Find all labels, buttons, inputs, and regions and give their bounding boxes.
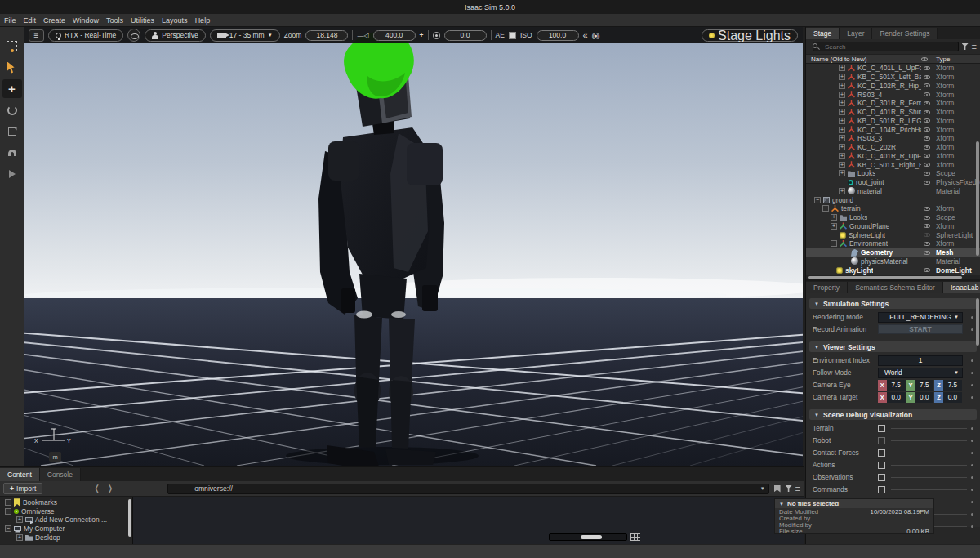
expand-icon[interactable]: − <box>5 508 11 515</box>
camera-target-y-field[interactable]: 0.0 <box>915 392 933 403</box>
checkbox-observations[interactable] <box>878 474 885 481</box>
checkbox-robot[interactable] <box>878 437 885 444</box>
camera-target-x-field[interactable]: 0.0 <box>887 392 906 403</box>
table-row[interactable]: +KC_D_301R_R_Femur_LiXform <box>806 99 980 108</box>
selection-mode-icon[interactable] <box>2 37 22 56</box>
expand-icon[interactable]: + <box>839 127 845 133</box>
address-dropdown-icon[interactable]: ▼ <box>760 486 765 491</box>
live-sync-icon[interactable]: ((●)) <box>592 33 599 38</box>
viewport-settings-icon[interactable]: ≡ <box>29 29 44 42</box>
move-tool-icon[interactable]: + <box>2 79 22 98</box>
expand-icon[interactable]: + <box>16 534 23 541</box>
table-row[interactable]: +LooksScope <box>806 213 980 222</box>
eye-icon[interactable] <box>924 75 930 79</box>
list-item[interactable]: −Bookmarks <box>0 498 127 507</box>
eye-icon[interactable] <box>924 136 930 141</box>
rendering-mode-dropdown[interactable]: FULL_RENDERING▼ <box>878 312 963 323</box>
slider-handle[interactable] <box>581 535 602 539</box>
ae-checkbox[interactable] <box>509 32 516 39</box>
render-visibility-icon[interactable] <box>127 29 140 42</box>
section-scene-debug-visualization[interactable]: ▼ Scene Debug Visualization <box>809 409 977 420</box>
stage-lights-button[interactable]: Stage Lights <box>702 29 798 42</box>
import-button[interactable]: + Import <box>3 483 42 494</box>
expand-icon[interactable]: + <box>839 153 845 159</box>
expand-icon[interactable]: + <box>839 135 845 141</box>
eye-icon[interactable] <box>924 92 930 96</box>
snap-tool-icon[interactable] <box>2 143 22 162</box>
list-item[interactable]: +Add New Connection ... <box>0 516 127 525</box>
menu-help[interactable]: Help <box>195 16 211 25</box>
table-row[interactable]: +KB_D_501R_R_LEG_FOOXform <box>806 117 980 126</box>
table-row-selected[interactable]: +GeometryMesh <box>806 248 980 257</box>
tab-content[interactable]: Content <box>0 468 40 481</box>
eye-icon[interactable] <box>924 242 930 246</box>
list-item[interactable]: −Omniverse <box>0 507 127 516</box>
expand-icon[interactable]: − <box>5 525 11 532</box>
eye-icon[interactable] <box>924 154 930 158</box>
environment-index-field[interactable]: 1 <box>878 355 963 366</box>
checkbox-contact-forces[interactable] <box>878 449 885 457</box>
play-icon[interactable] <box>2 164 22 183</box>
aperture-field[interactable]: 0.0 <box>444 30 487 41</box>
expand-icon[interactable]: + <box>839 162 845 168</box>
expand-icon[interactable]: + <box>839 100 845 106</box>
table-row[interactable]: +KC_C_401R_R_UpForearXform <box>806 152 980 161</box>
collapse-toolbar-icon[interactable]: « <box>583 30 588 40</box>
address-bar[interactable]: ▼ <box>167 484 768 494</box>
eye-icon[interactable] <box>924 216 930 220</box>
stage-hscrollbar[interactable] <box>806 275 980 279</box>
menu-create[interactable]: Create <box>43 16 65 25</box>
options-icon[interactable]: ≡ <box>972 43 977 50</box>
table-row[interactable]: +KB_C_501X_Right_BayoXform <box>806 160 980 169</box>
expand-icon[interactable]: + <box>831 214 837 221</box>
table-row[interactable]: +KB_C_501X_Left_BayonXform <box>806 73 980 82</box>
camera-eye-y-field[interactable]: 7.5 <box>915 380 933 391</box>
expand-icon[interactable]: + <box>839 144 845 150</box>
viewport-canvas[interactable] <box>24 27 803 466</box>
expand-icon[interactable]: + <box>839 92 845 98</box>
checkbox-commands[interactable] <box>878 486 885 493</box>
expand-icon[interactable]: + <box>831 223 837 230</box>
focus-crosshair-icon[interactable]: + <box>420 31 424 39</box>
table-row[interactable]: +RS03_4Xform <box>806 90 980 99</box>
eye-icon[interactable] <box>924 145 930 150</box>
iso-field[interactable]: 100.0 <box>537 30 579 41</box>
section-viewer-settings[interactable]: ▼ Viewer Settings <box>809 341 977 352</box>
cursor-select-icon[interactable] <box>2 58 22 77</box>
eye-icon[interactable] <box>924 233 930 237</box>
lens-selector-button[interactable]: 17 - 35 mm ▼ <box>210 29 280 42</box>
filter-icon[interactable] <box>786 485 792 492</box>
stage-column-headers[interactable]: Name (Old to New) Type <box>806 54 980 64</box>
eye-icon[interactable] <box>924 66 930 70</box>
eye-icon[interactable] <box>924 181 930 185</box>
tab-isaaclab[interactable]: IsaacLab <box>943 282 980 293</box>
table-row[interactable]: +KC_C_104R_PitchHardsXform <box>806 125 980 134</box>
back-icon[interactable]: ❬ <box>91 484 101 493</box>
menu-window[interactable]: Window <box>73 16 99 25</box>
render-mode-button[interactable]: RTX - Real-Time <box>48 29 123 42</box>
tab-console[interactable]: Console <box>40 468 81 481</box>
camera-selector-button[interactable]: Perspective <box>145 29 205 42</box>
list-item[interactable]: −My Computer <box>0 525 127 533</box>
checkbox-terrain[interactable] <box>878 425 885 432</box>
focus-distance-field[interactable]: 400.0 <box>373 30 416 41</box>
expand-icon[interactable]: + <box>839 74 845 80</box>
table-row[interactable]: −terrainXform <box>806 204 980 213</box>
thumbnail-size-slider[interactable] <box>549 533 627 541</box>
eye-icon[interactable] <box>924 172 930 176</box>
eye-icon[interactable] <box>924 83 930 87</box>
table-row[interactable]: +materialMaterial <box>806 187 980 196</box>
expand-icon[interactable]: + <box>839 170 845 176</box>
menu-file[interactable]: File <box>4 16 16 25</box>
camera-eye-z-field[interactable]: 7.5 <box>943 380 962 391</box>
rotate-tool-icon[interactable] <box>2 100 22 119</box>
list-item[interactable]: +Desktop <box>0 533 127 542</box>
follow-mode-dropdown[interactable]: World▼ <box>878 368 963 378</box>
property-scrollbar[interactable] <box>976 298 979 346</box>
table-row[interactable]: +root_jointPhysicsFixedJoin <box>806 178 980 187</box>
eye-icon[interactable] <box>924 224 930 228</box>
eye-icon[interactable] <box>924 268 930 272</box>
eye-icon[interactable] <box>924 101 930 105</box>
expand-icon[interactable]: − <box>831 240 837 247</box>
stage-scrollbar[interactable] <box>976 141 979 256</box>
